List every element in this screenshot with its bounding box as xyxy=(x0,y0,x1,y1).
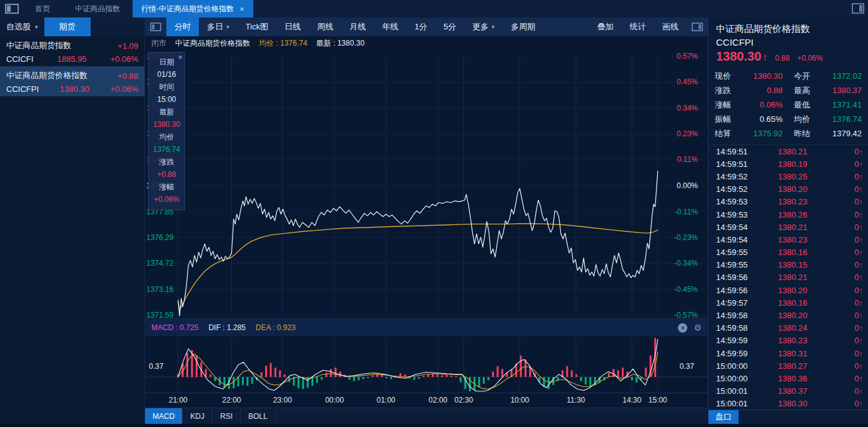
y-axis-label-right: -0.34% xyxy=(674,259,698,268)
stat-label: 振幅 xyxy=(715,114,740,125)
tick-volume: 0↑ xyxy=(854,349,863,358)
macd-axis-label-right: 0.37 xyxy=(680,362,694,371)
toolbar-button-画线[interactable]: 画线 xyxy=(654,18,687,36)
up-arrow-icon: ↑ xyxy=(859,184,864,194)
toolbar-button-日线[interactable]: 日线 xyxy=(276,18,309,36)
price-change: 0.88 xyxy=(775,54,789,63)
top-tab-0[interactable]: 首页 xyxy=(23,0,63,18)
tick-row: 14:59:541380.210↑ xyxy=(709,221,868,233)
indicator-tabs: MACDKDJRSIBOLL xyxy=(145,408,708,424)
watchlist-item-CCICFI[interactable]: 中证商品期货指数+1.09CCICFI1885.95+0.06% xyxy=(0,36,144,66)
watchlist-group-dropdown[interactable]: 自选股 ▾ xyxy=(0,18,44,36)
stat-label: 昨结 xyxy=(794,128,819,139)
intraday-chart-svg xyxy=(145,50,708,319)
toolbar-button-多周期[interactable]: 多周期 xyxy=(503,18,543,36)
quote-panel: 中证商品期货价格指数 CCICFPI 1380.30 ↑ 0.88 +0.06%… xyxy=(708,18,868,424)
tick-price: 1380.16 xyxy=(760,298,807,308)
tooltip-label: 最新 xyxy=(149,106,184,118)
toolbar-button-分时[interactable]: 分时 xyxy=(166,18,199,36)
instrument-code: CCICFI xyxy=(6,54,33,64)
toolbar-button-周线[interactable]: 周线 xyxy=(309,18,341,36)
instrument-change: +1.09 xyxy=(118,41,138,51)
up-arrow-icon: ↑ xyxy=(859,311,864,320)
toolbar-button-多日[interactable]: 多日▾ xyxy=(199,18,238,36)
intraday-chart[interactable]: 1387.251385.681384.121382.551380.991379.… xyxy=(145,50,708,319)
up-arrow-icon: ↑ xyxy=(859,273,864,282)
tick-time: 15:00:01 xyxy=(716,386,760,396)
up-arrow-icon: ↑ xyxy=(859,197,864,206)
tick-time: 14:59:52 xyxy=(716,172,760,181)
macd-chart-svg xyxy=(145,336,708,393)
time-axis-label: 10:00 xyxy=(510,396,529,404)
toolbar-button-1分[interactable]: 1分 xyxy=(406,18,435,36)
close-tab-icon[interactable]: × xyxy=(240,4,245,14)
up-arrow-icon: ↑ xyxy=(859,349,864,358)
up-arrow-icon: ↑ xyxy=(859,399,864,408)
toolbar-button-叠加[interactable]: 叠加 xyxy=(589,18,622,36)
indicator-tab-KDJ[interactable]: KDJ xyxy=(183,408,213,424)
quote-panel-footer: 盘口 xyxy=(709,409,868,424)
tick-time: 14:59:51 xyxy=(716,159,760,169)
avg-price-readout: 均价 : 1376.74 xyxy=(259,38,307,49)
tick-volume: 0↑ xyxy=(854,184,863,194)
tooltip-label: 均价 xyxy=(149,131,184,143)
tick-row: 15:00:011380.300↑ xyxy=(709,398,868,410)
order-book-tab[interactable]: 盘口 xyxy=(709,410,739,424)
toolbar-button-更多[interactable]: 更多▾ xyxy=(464,18,503,36)
y-axis-label-left: 1374.72 xyxy=(146,259,173,268)
tick-volume: 0↑ xyxy=(854,323,863,333)
time-axis-label: 11:30 xyxy=(567,396,585,404)
tooltip-label: 涨跌 xyxy=(149,156,184,168)
category-tab-futures[interactable]: 期货 xyxy=(44,18,91,36)
toolbar-button-5分[interactable]: 5分 xyxy=(435,18,464,36)
indicator-tab-RSI[interactable]: RSI xyxy=(213,408,241,424)
tick-row: 14:59:511380.210↑ xyxy=(709,145,868,158)
instrument-change-pct: +0.06% xyxy=(111,84,138,94)
tick-row: 14:59:551380.150↑ xyxy=(709,259,868,271)
toolbar-button-label: 年线 xyxy=(382,21,398,33)
gear-icon[interactable]: ⚙ xyxy=(694,323,702,333)
top-tab-2[interactable]: 行情-中证商品期货价格指数× xyxy=(133,0,253,18)
tick-row: 14:59:511380.190↑ xyxy=(709,158,868,170)
macd-chart[interactable]: 0.37 0.37 xyxy=(145,336,708,393)
tick-row: 15:00:001380.270↑ xyxy=(709,359,868,372)
top-right-panel-icon[interactable] xyxy=(852,3,864,14)
up-arrow-icon: ↑ xyxy=(859,248,864,257)
watchlist-item-row: CCICFPI1380.30+0.06% xyxy=(6,84,138,94)
watchlist-item-CCICFPI[interactable]: 中证商品期货价格指数+0.88CCICFPI1380.30+0.06% xyxy=(0,66,144,96)
close-indicator-icon[interactable]: × xyxy=(678,323,687,333)
tick-row: 14:59:541380.230↑ xyxy=(709,233,868,246)
toolbar-button-label: 多日 xyxy=(207,21,223,33)
toolbar-button-年线[interactable]: 年线 xyxy=(374,18,406,36)
chevron-down-icon: ▾ xyxy=(226,24,230,30)
tick-volume: 0↑ xyxy=(854,374,863,383)
y-axis-label-left: 1376.29 xyxy=(146,233,173,242)
toolbar-button-统计[interactable]: 统计 xyxy=(622,18,654,36)
tick-volume: 0↑ xyxy=(854,235,863,244)
up-arrow-icon: ↑ xyxy=(859,386,864,396)
top-tab-bar: 首页中证商品指数行情-中证商品期货价格指数× xyxy=(0,0,868,18)
toolbar-button-label: 多周期 xyxy=(511,21,535,33)
indicator-tab-MACD[interactable]: MACD xyxy=(145,408,183,424)
tick-row: 14:59:571380.160↑ xyxy=(709,296,868,309)
price-change-pct: +0.06% xyxy=(797,54,823,63)
time-axis-label: 23:00 xyxy=(273,396,292,404)
tick-price: 1380.21 xyxy=(760,223,807,232)
toolbar-button-label: 5分 xyxy=(443,21,456,33)
indicator-tab-BOLL[interactable]: BOLL xyxy=(241,408,276,424)
window-panel-icon[interactable] xyxy=(5,4,19,14)
tick-time: 14:59:59 xyxy=(716,336,760,345)
y-axis-label-right: 0.45% xyxy=(677,78,698,86)
collapse-sidebar-icon[interactable] xyxy=(150,23,161,31)
close-icon[interactable]: × xyxy=(178,53,183,62)
up-arrow-icon: ↑ xyxy=(859,286,864,295)
toolbar-button-Tick图[interactable]: Tick图 xyxy=(238,18,276,36)
top-tab-1[interactable]: 中证商品指数 xyxy=(63,0,133,18)
tick-price: 1380.15 xyxy=(760,260,807,269)
toolbar-button-月线[interactable]: 月线 xyxy=(341,18,374,36)
stat-value: 1375.92 xyxy=(740,129,783,138)
stat-value: 1380.30 xyxy=(740,71,783,81)
expand-panel-icon[interactable] xyxy=(692,23,703,31)
up-arrow-icon: ↑ xyxy=(859,323,864,333)
tick-price: 1380.25 xyxy=(760,172,807,181)
